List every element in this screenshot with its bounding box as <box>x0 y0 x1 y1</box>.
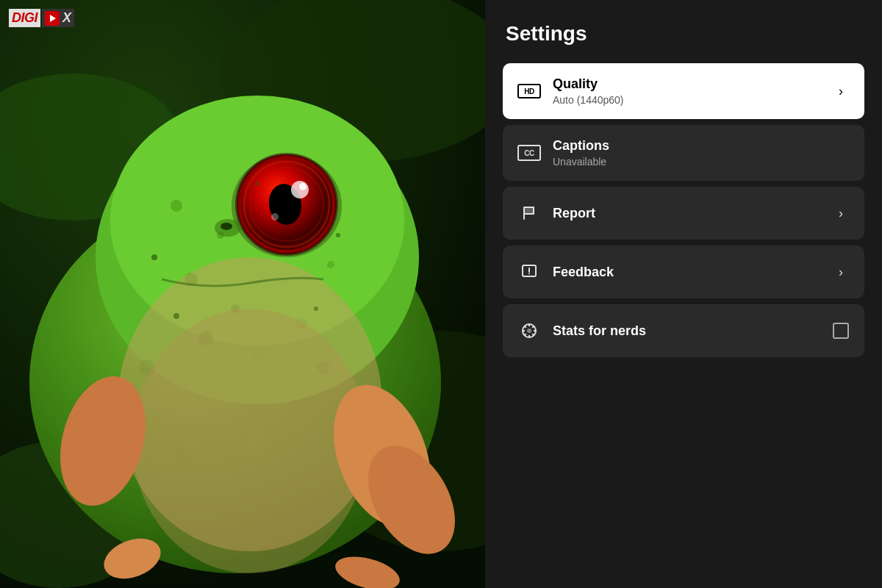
settings-list: HD Quality Auto (1440p60) › CC Captions … <box>503 63 864 357</box>
svg-point-41 <box>220 223 232 230</box>
captions-content: Captions Unavailable <box>553 138 820 168</box>
chevron-right-icon: › <box>839 84 843 99</box>
captions-action <box>832 144 850 162</box>
stats-content: Stats for nerds <box>553 323 820 339</box>
settings-item-quality[interactable]: HD Quality Auto (1440p60) › <box>503 63 864 119</box>
settings-item-captions[interactable]: CC Captions Unavailable <box>503 125 864 181</box>
quality-subtitle: Auto (1440p60) <box>553 94 820 106</box>
quality-title: Quality <box>553 76 820 92</box>
svg-point-13 <box>327 261 334 268</box>
stats-title: Stats for nerds <box>553 323 820 339</box>
svg-line-58 <box>525 326 526 328</box>
hd-badge: HD <box>517 84 541 98</box>
report-content: Report <box>553 206 820 221</box>
quality-chevron: › <box>832 82 850 100</box>
cc-icon: CC <box>517 141 541 165</box>
svg-line-60 <box>532 326 534 328</box>
svg-point-36 <box>291 181 309 198</box>
svg-point-48 <box>255 182 259 186</box>
svg-point-46 <box>314 306 318 311</box>
feedback-content: Feedback <box>553 265 820 280</box>
settings-item-report[interactable]: Report › <box>503 187 864 240</box>
digi-text: DIGI <box>12 10 37 26</box>
frog-thumbnail <box>0 0 485 588</box>
feedback-icon <box>517 260 541 284</box>
cc-badge: CC <box>517 145 541 161</box>
captions-title: Captions <box>553 138 820 154</box>
feedback-chevron: › <box>832 263 850 281</box>
play-triangle-icon <box>50 15 56 22</box>
settings-title: Settings <box>503 22 864 46</box>
logo-box-part: X <box>42 9 74 27</box>
report-title: Report <box>553 206 820 221</box>
settings-panel: Settings HD Quality Auto (1440p60) › CC … <box>485 0 882 588</box>
svg-point-45 <box>336 233 340 237</box>
stats-checkbox-empty[interactable] <box>833 323 849 339</box>
svg-point-44 <box>151 254 157 260</box>
report-chevron-icon: › <box>839 206 843 221</box>
svg-point-25 <box>132 309 368 573</box>
logo: DIGI X <box>9 9 74 27</box>
captions-subtitle: Unavailable <box>553 156 820 168</box>
settings-item-stats[interactable]: Stats for nerds <box>503 304 864 357</box>
report-chevron: › <box>832 204 850 222</box>
play-btn-icon <box>45 11 60 26</box>
settings-item-feedback[interactable]: Feedback › <box>503 245 864 298</box>
stats-checkbox[interactable] <box>832 322 850 340</box>
svg-point-51 <box>528 273 530 275</box>
hd-icon: HD <box>517 79 541 103</box>
svg-point-47 <box>173 313 179 319</box>
box-text: X <box>62 10 71 26</box>
feedback-chevron-icon: › <box>839 265 843 280</box>
svg-point-8 <box>171 200 182 212</box>
svg-point-38 <box>271 213 279 220</box>
video-panel: DIGI X <box>0 0 485 588</box>
flag-icon <box>517 201 541 225</box>
logo-digi-part: DIGI <box>9 9 40 27</box>
svg-line-59 <box>532 334 534 335</box>
svg-point-37 <box>299 183 306 190</box>
feedback-title: Feedback <box>553 265 820 280</box>
quality-content: Quality Auto (1440p60) <box>553 76 820 106</box>
svg-line-61 <box>525 334 526 335</box>
svg-point-53 <box>527 329 531 333</box>
stats-icon <box>517 319 541 343</box>
